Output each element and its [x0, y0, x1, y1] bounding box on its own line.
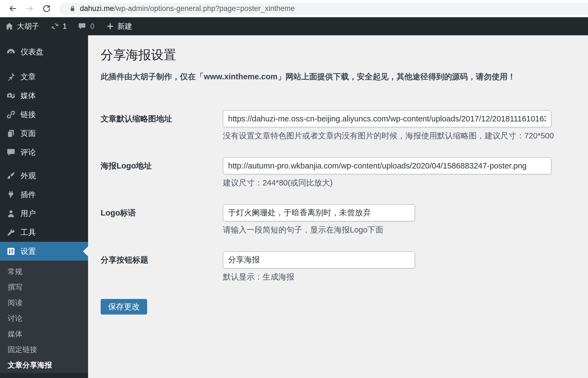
site-name: 大胡子: [17, 21, 39, 31]
sidebar-subitem-general[interactable]: 常规: [0, 264, 88, 280]
url-host: dahuzi.me: [80, 4, 114, 13]
sidebar-subitem-discussion[interactable]: 讨论: [0, 311, 88, 326]
media-icon: [6, 91, 16, 101]
sidebar-item-label: 工具: [21, 227, 36, 238]
sidebar-item-pages[interactable]: 页面: [0, 124, 88, 143]
field-hint: 默认显示：生成海报: [223, 273, 588, 281]
update-count: 1: [63, 22, 67, 31]
field-hint: 请输入一段简短的句子，显示在海报Logo下面: [223, 226, 588, 234]
field-label: Logo标语: [101, 204, 223, 234]
sidebar-item-label: 链接: [21, 109, 36, 120]
new-label: 新建: [117, 21, 132, 31]
sidebar-item-label: 页面: [21, 128, 36, 139]
pages-icon: [6, 129, 16, 138]
field-label: 分享按钮标题: [101, 251, 223, 281]
field-main: 没有设置文章特色图片或者文章内没有图片的时候，海报使用默认缩略图，建议尺寸：72…: [223, 110, 588, 140]
save-changes-button[interactable]: 保存更改: [101, 299, 147, 315]
plugin-notice: 此插件由大胡子制作，仅在「www.xintheme.com」网站上面提供下载，安…: [101, 72, 588, 81]
sidebar-item-label: 设置: [21, 246, 36, 257]
sidebar-item-tools[interactable]: 工具: [0, 223, 88, 242]
sidebar-item-settings[interactable]: 设置: [0, 242, 88, 261]
tools-wrench-icon: [6, 228, 16, 237]
form-row-default-thumbnail: 文章默认缩略图地址 没有设置文章特色图片或者文章内没有图片的时候，海报使用默认缩…: [101, 110, 588, 140]
form-row-poster-logo: 海报Logo地址 建议尺寸：244*80(或同比放大): [101, 157, 588, 187]
share-button-title-input[interactable]: [223, 251, 415, 268]
default-thumbnail-url-input[interactable]: [223, 110, 551, 127]
settings-submenu: 常规 撰写 阅读 讨论 媒体 固定链接 文章分享海报: [0, 261, 88, 373]
main-content: 分享海报设置 此插件由大胡子制作，仅在「www.xintheme.com」网站上…: [88, 35, 588, 378]
settings-form: 文章默认缩略图地址 没有设置文章特色图片或者文章内没有图片的时候，海报使用默认缩…: [101, 110, 588, 315]
updates-icon: [51, 22, 59, 31]
current-menu-arrow-icon: [83, 246, 88, 256]
posts-pin-icon: [6, 72, 16, 82]
field-hint: 建议尺寸：244*80(或同比放大): [223, 179, 588, 187]
wp-admin-bar: 大胡子 1 0 新建: [0, 17, 588, 35]
appearance-brush-icon: [6, 171, 16, 181]
url-path: /wp-admin/options-general.php?page=poste…: [114, 4, 295, 13]
sidebar-item-appearance[interactable]: 外观: [0, 166, 88, 185]
wp-sidebar-menu: 仪表盘 文章 媒体 链接 页面 评论: [0, 35, 88, 378]
sidebar-item-media[interactable]: 媒体: [0, 86, 88, 105]
logo-slogan-input[interactable]: [223, 204, 415, 221]
comment-bubble-icon: [78, 22, 86, 31]
plus-icon: [106, 22, 115, 31]
field-hint: 没有设置文章特色图片或者文章内没有图片的时候，海报使用默认缩略图，建议尺寸：72…: [223, 132, 588, 140]
sidebar-item-label: 插件: [21, 190, 36, 200]
sidebar-subitem-media[interactable]: 媒体: [0, 326, 88, 342]
comment-count: 0: [90, 22, 94, 31]
url-text: dahuzi.me/wp-admin/options-general.php?p…: [80, 4, 295, 13]
users-icon: [6, 209, 16, 219]
sidebar-item-label: 用户: [21, 208, 36, 219]
sidebar-item-label: 外观: [21, 171, 36, 181]
comments-icon: [6, 147, 16, 157]
form-row-logo-slogan: Logo标语 请输入一段简短的句子，显示在海报Logo下面: [101, 204, 588, 234]
reload-icon: [42, 4, 51, 13]
page-title: 分享海报设置: [101, 48, 588, 61]
field-main: 默认显示：生成海报: [223, 251, 588, 281]
url-bar[interactable]: dahuzi.me/wp-admin/options-general.php?p…: [59, 3, 588, 15]
adminbar-new-button[interactable]: 新建: [106, 17, 132, 35]
sidebar-subitem-writing[interactable]: 撰写: [0, 280, 88, 295]
adminbar-comments[interactable]: 0: [78, 17, 94, 35]
sidebar-item-plugins[interactable]: 插件: [0, 185, 88, 204]
main-menu: 仪表盘 文章 媒体 链接 页面 评论: [0, 42, 88, 261]
sidebar-subitem-permalinks[interactable]: 固定链接: [0, 342, 88, 357]
lock-icon: [69, 5, 76, 12]
adminbar-updates[interactable]: 1: [51, 17, 67, 35]
field-main: 建议尺寸：244*80(或同比放大): [223, 157, 588, 187]
field-main: 请输入一段简短的句子，显示在海报Logo下面: [223, 204, 588, 234]
browser-back-button[interactable]: [7, 3, 18, 14]
poster-logo-url-input[interactable]: [223, 157, 551, 174]
settings-sliders-icon: [6, 246, 16, 256]
field-label: 文章默认缩略图地址: [101, 110, 223, 140]
sidebar-item-posts[interactable]: 文章: [0, 67, 88, 86]
links-chain-icon: [6, 110, 16, 120]
sidebar-item-users[interactable]: 用户: [0, 204, 88, 223]
browser-reload-button[interactable]: [41, 3, 52, 14]
forward-arrow-icon: [25, 4, 34, 13]
adminbar-site-menu[interactable]: 大胡子: [5, 17, 39, 35]
browser-toolbar: dahuzi.me/wp-admin/options-general.php?p…: [0, 0, 588, 17]
sidebar-item-links[interactable]: 链接: [0, 105, 88, 124]
sidebar-item-label: 仪表盘: [21, 47, 43, 57]
sidebar-item-dashboard[interactable]: 仪表盘: [0, 42, 88, 61]
sidebar-item-label: 媒体: [21, 91, 36, 101]
sidebar-subitem-reading[interactable]: 阅读: [0, 295, 88, 311]
sidebar-item-label: 文章: [21, 72, 36, 82]
sidebar-item-label: 评论: [21, 147, 36, 158]
field-label: 海报Logo地址: [101, 157, 223, 187]
dashboard-icon: [6, 47, 16, 57]
screen: dahuzi.me/wp-admin/options-general.php?p…: [0, 0, 588, 378]
sidebar-item-comments[interactable]: 评论: [0, 143, 88, 162]
form-row-share-button-title: 分享按钮标题 默认显示：生成海报: [101, 251, 588, 281]
plugins-plug-icon: [6, 190, 16, 200]
home-icon: [5, 22, 14, 31]
back-arrow-icon: [8, 4, 17, 13]
sidebar-subitem-share-poster[interactable]: 文章分享海报: [0, 357, 88, 373]
browser-forward-button[interactable]: [24, 3, 35, 14]
